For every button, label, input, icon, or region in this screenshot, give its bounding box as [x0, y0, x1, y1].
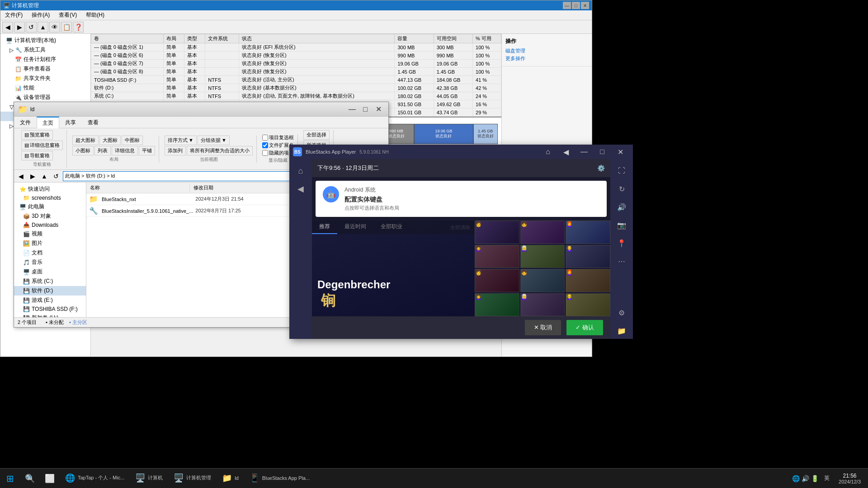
close-button[interactable]: ✕ [581, 2, 589, 9]
rb-small-icon[interactable]: 中图标 [122, 136, 143, 145]
taskbar-app-comp-mgmt[interactable]: 🖥️ 计算机管理 [168, 469, 217, 488]
bs-char-3[interactable]: 👩‍🦰 [566, 221, 610, 244]
rb-medium-icon[interactable]: 大图标 [99, 136, 121, 145]
taskbar-app-taptap[interactable]: 🌐 TapTap - 个人 - Mic... [60, 469, 130, 488]
fe-nav-pictures[interactable]: 🖼️ 图片 [14, 239, 86, 248]
col-free[interactable]: 可用空间 [434, 34, 472, 43]
rb-all-fit[interactable]: 将所有列调整为合适的大小 [187, 146, 253, 155]
table-row[interactable]: — (磁盘 0 磁盘分区 7)简单基本状态良好 (恢复分区)19.06 GB19… [91, 60, 501, 68]
bs-char-11[interactable]: 👩‍🦳 [520, 293, 565, 317]
col-type[interactable]: 类型 [184, 34, 205, 43]
fe-tab-share[interactable]: 共享 [59, 117, 82, 128]
fe-nav-3d[interactable]: 📦 3D 对象 [14, 211, 86, 221]
fe-nav-screenshots[interactable]: 📁 screenshots [14, 194, 86, 202]
rb-item-check[interactable]: 项目复选框 [262, 134, 294, 141]
up-button[interactable]: ▲ [38, 22, 48, 33]
fe-nav-f[interactable]: 💾 TOSHIBA SSD (F:) [14, 305, 86, 313]
menu-view[interactable]: 查看(V) [56, 10, 80, 20]
fe-nav-this-pc[interactable]: 🖥️ 此电脑 [14, 202, 86, 211]
menu-action[interactable]: 操作(A) [29, 10, 52, 20]
taskbar-app-file-mgr[interactable]: 🖥️ 计算机 [130, 469, 168, 488]
taskbar-ai-button[interactable]: Ai [22, 468, 38, 488]
bs-char-10[interactable]: 👩‍🦱 [475, 293, 519, 317]
bs-right-settings[interactable]: ⚙ [613, 305, 630, 321]
fe-minimize-btn[interactable]: — [346, 103, 359, 116]
fe-tab-file[interactable]: 文件 [14, 117, 37, 128]
bs-right-camera[interactable]: 📷 [613, 217, 630, 233]
bs-maximize-btn[interactable]: □ [593, 145, 611, 159]
bs-char-7[interactable]: 👩 [475, 269, 519, 292]
bs-char-2[interactable]: 👧 [520, 221, 565, 244]
bs-char-4[interactable]: 👩‍🦱 [475, 245, 519, 268]
rb-content[interactable]: 平铺 [139, 146, 155, 155]
rb-preview-pane[interactable]: ▤ 预览窗格 [21, 130, 53, 140]
fe-nav-video[interactable]: 🎬 视频 [14, 229, 86, 239]
fe-nav-quick-access[interactable]: ⭐ 快速访问 [14, 184, 86, 194]
sidebar-item-computer-mgmt[interactable]: 🖥️ 计算机管理(本地) [0, 36, 90, 45]
bs-right-folder[interactable]: 📁 [613, 323, 630, 339]
col-h-date[interactable]: 修改日期 [190, 183, 293, 192]
col-status[interactable]: 状态 [239, 34, 395, 43]
refresh-button[interactable]: ↺ [26, 22, 37, 33]
bs-right-fullscreen[interactable]: ⛶ [613, 163, 630, 179]
bs-nav-back[interactable]: ◀ [292, 181, 309, 197]
table-row[interactable]: — (磁盘 0 磁盘分区 8)简单基本状态良好 (恢复分区)1.45 GB1.4… [91, 68, 501, 76]
bs-right-more[interactable]: ⋯ [613, 253, 630, 269]
col-volume[interactable]: 卷 [91, 34, 164, 43]
bs-confirm-button[interactable]: ✓ 确认 [566, 320, 603, 335]
fe-nav-d[interactable]: 💾 软件 (D:) [14, 286, 86, 296]
disk-seg-recov3[interactable]: 1.45 GB状态良好 [473, 124, 498, 144]
menu-help[interactable]: 帮助(H) [83, 10, 107, 20]
col-layout[interactable]: 布局 [164, 34, 184, 43]
show-hide-button[interactable]: 👁 [49, 22, 60, 33]
rb-select-all[interactable]: 全部选择 [303, 130, 330, 140]
rb-sort[interactable]: 排序方式 ▼ [165, 136, 197, 145]
taskbar-app-bluestacks[interactable]: 📱 BlueStacks App Pla... [244, 469, 315, 488]
bs-char-8[interactable]: 👧 [520, 269, 565, 292]
bs-settings-icon[interactable]: ⚙️ [597, 164, 605, 172]
fe-nav-documents[interactable]: 📄 文档 [14, 248, 86, 258]
rb-details-pane[interactable]: ▤ 详细信息窗格 [21, 141, 63, 150]
bs-close-btn[interactable]: ✕ [611, 145, 629, 159]
bs-prev-btn[interactable]: ◀ [557, 145, 575, 159]
rb-detail[interactable]: 列表 [94, 146, 111, 155]
fe-tab-home[interactable]: 主页 [37, 117, 59, 128]
rb-nav-pane[interactable]: ▤ 导航窗格 [21, 151, 53, 160]
sidebar-item-shared-folders[interactable]: 📁 共享文件夹 [0, 74, 90, 83]
bs-home-btn[interactable]: ⌂ [539, 145, 557, 159]
rb-add-col[interactable]: 添加列 [165, 146, 186, 155]
bs-cancel-button[interactable]: ✕ 取消 [525, 320, 561, 335]
bs-char-6[interactable]: 👩‍🦲 [566, 245, 610, 268]
rb-list[interactable]: 小图标 [72, 146, 94, 155]
fe-maximize-btn[interactable]: □ [359, 103, 372, 116]
table-row[interactable]: — (磁盘 0 磁盘分区 6)简单基本状态良好 (恢复分区)990 MB990 … [91, 52, 501, 60]
menu-file[interactable]: 文件(F) [2, 10, 25, 20]
col-pct[interactable]: % 可用 [473, 34, 501, 43]
help-button[interactable]: ❓ [73, 22, 84, 33]
fe-address-input[interactable] [63, 171, 317, 181]
fe-tab-view[interactable]: 查看 [82, 117, 104, 128]
fe-nav-downloads[interactable]: 📥 Downloads [14, 221, 86, 229]
bs-minimize-btn[interactable]: — [575, 145, 593, 159]
bs-notification[interactable]: 🤖 Android 系统 配置实体键盘 点按即可选择语言和布局 [316, 181, 607, 217]
sidebar-item-system-tools[interactable]: ▷ 🔧 系统工具 [0, 45, 90, 55]
fe-nav-c[interactable]: 💾 系统 (C:) [14, 277, 86, 286]
bs-right-volume[interactable]: 🔊 [613, 199, 630, 215]
table-row[interactable]: TOSHIBA SSD (F:)简单基本NTFS状态良好 (活动, 主分区)44… [91, 76, 501, 84]
op-disk-mgmt[interactable]: 磁盘管理 [505, 47, 588, 55]
col-h-name[interactable]: 名称 [86, 183, 190, 192]
op-more[interactable]: 更多操作 [505, 55, 588, 62]
col-capacity[interactable]: 容量 [395, 34, 434, 43]
bs-tab-recommend[interactable]: 推荐 [312, 221, 337, 234]
bs-right-rotate[interactable]: ↻ [613, 181, 630, 197]
maximize-button[interactable]: □ [572, 2, 580, 9]
back-button[interactable]: ◀ [2, 22, 13, 33]
bs-char-9[interactable]: 👩‍🦰 [566, 269, 610, 292]
sidebar-item-device-manager[interactable]: 🔌 设备管理器 [0, 93, 90, 102]
rb-group-by[interactable]: 分组依据 ▼ [198, 136, 230, 145]
table-row[interactable]: 系统 (C:)简单基本NTFS状态良好 (启动, 页面文件, 故障转储, 基本数… [91, 92, 501, 100]
table-row[interactable]: — (磁盘 0 磁盘分区 1)简单基本状态良好 (EFI 系统分区)300 MB… [91, 43, 501, 52]
sidebar-item-task-scheduler[interactable]: 📅 任务计划程序 [0, 55, 90, 64]
taskbar-language[interactable]: 英 [821, 474, 833, 482]
taskbar-app-ld[interactable]: 📁 ld [217, 469, 244, 488]
